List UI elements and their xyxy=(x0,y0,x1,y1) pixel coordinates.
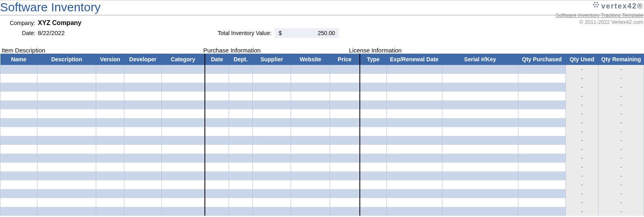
cell[interactable]: - xyxy=(566,136,599,145)
cell[interactable] xyxy=(330,118,360,127)
cell[interactable] xyxy=(205,100,229,109)
cell[interactable] xyxy=(330,180,360,189)
table-row[interactable]: -- xyxy=(0,163,644,171)
cell[interactable] xyxy=(37,127,96,136)
table-row[interactable]: -- xyxy=(0,100,644,109)
cell[interactable]: - xyxy=(566,109,599,118)
cell[interactable] xyxy=(253,180,291,189)
cell[interactable] xyxy=(442,100,518,109)
cell[interactable] xyxy=(291,198,330,207)
cell[interactable] xyxy=(205,180,229,189)
cell[interactable] xyxy=(360,198,386,207)
cell[interactable] xyxy=(229,100,252,109)
cell[interactable] xyxy=(360,65,386,74)
cell[interactable] xyxy=(360,109,386,118)
cell[interactable] xyxy=(386,207,442,216)
cell[interactable] xyxy=(253,145,291,154)
cell[interactable] xyxy=(96,127,124,136)
cell[interactable] xyxy=(360,171,386,180)
cell[interactable] xyxy=(291,118,330,127)
cell[interactable] xyxy=(442,171,518,180)
cell[interactable] xyxy=(37,198,96,207)
cell[interactable] xyxy=(229,145,252,154)
cell[interactable] xyxy=(229,83,252,92)
cell[interactable]: - xyxy=(599,127,644,136)
cell[interactable] xyxy=(0,207,37,216)
cell[interactable] xyxy=(518,92,566,100)
cell[interactable] xyxy=(291,65,330,74)
cell[interactable] xyxy=(518,207,566,216)
cell[interactable] xyxy=(0,100,37,109)
cell[interactable] xyxy=(124,154,161,163)
cell[interactable] xyxy=(205,207,229,216)
cell[interactable] xyxy=(291,74,330,83)
cell[interactable] xyxy=(386,198,442,207)
cell[interactable] xyxy=(253,65,291,74)
cell[interactable] xyxy=(518,83,566,92)
cell[interactable] xyxy=(253,189,291,198)
cell[interactable] xyxy=(96,163,124,171)
cell[interactable] xyxy=(229,109,252,118)
cell[interactable] xyxy=(291,171,330,180)
cell[interactable]: - xyxy=(599,100,644,109)
table-row[interactable]: -- xyxy=(0,109,644,118)
cell[interactable] xyxy=(253,118,291,127)
cell[interactable]: - xyxy=(599,207,644,216)
cell[interactable] xyxy=(518,127,566,136)
cell[interactable] xyxy=(442,198,518,207)
cell[interactable] xyxy=(162,180,205,189)
cell[interactable] xyxy=(518,74,566,83)
cell[interactable] xyxy=(330,136,360,145)
cell[interactable] xyxy=(162,136,205,145)
cell[interactable]: - xyxy=(566,145,599,154)
table-row[interactable]: -- xyxy=(0,207,644,216)
table-row[interactable]: -- xyxy=(0,154,644,163)
cell[interactable] xyxy=(0,163,37,171)
cell[interactable]: - xyxy=(599,136,644,145)
cell[interactable] xyxy=(360,100,386,109)
cell[interactable]: - xyxy=(566,92,599,100)
cell[interactable] xyxy=(291,92,330,100)
cell[interactable] xyxy=(96,145,124,154)
cell[interactable] xyxy=(0,127,37,136)
cell[interactable] xyxy=(229,207,252,216)
cell[interactable]: - xyxy=(566,100,599,109)
cell[interactable] xyxy=(360,136,386,145)
cell[interactable] xyxy=(124,207,161,216)
cell[interactable] xyxy=(386,118,442,127)
cell[interactable] xyxy=(124,163,161,171)
cell[interactable] xyxy=(442,189,518,198)
table-row[interactable]: -- xyxy=(0,180,644,189)
cell[interactable] xyxy=(96,74,124,83)
cell[interactable] xyxy=(162,198,205,207)
cell[interactable] xyxy=(96,136,124,145)
cell[interactable] xyxy=(124,74,161,83)
cell[interactable] xyxy=(330,207,360,216)
table-row[interactable]: -- xyxy=(0,145,644,154)
cell[interactable] xyxy=(386,100,442,109)
cell[interactable] xyxy=(96,65,124,74)
cell[interactable] xyxy=(0,136,37,145)
cell[interactable] xyxy=(162,145,205,154)
cell[interactable] xyxy=(229,92,252,100)
cell[interactable] xyxy=(229,189,252,198)
cell[interactable] xyxy=(0,118,37,127)
cell[interactable] xyxy=(124,100,161,109)
cell[interactable] xyxy=(386,109,442,118)
cell[interactable] xyxy=(518,109,566,118)
cell[interactable] xyxy=(518,136,566,145)
cell[interactable] xyxy=(291,145,330,154)
cell[interactable] xyxy=(291,127,330,136)
cell[interactable] xyxy=(253,74,291,83)
cell[interactable] xyxy=(37,145,96,154)
cell[interactable] xyxy=(229,163,252,171)
table-row[interactable]: -- xyxy=(0,118,644,127)
cell[interactable]: - xyxy=(599,189,644,198)
cell[interactable] xyxy=(518,163,566,171)
cell[interactable] xyxy=(330,65,360,74)
cell[interactable] xyxy=(96,180,124,189)
table-row[interactable]: -- xyxy=(0,74,644,83)
table-row[interactable]: -- xyxy=(0,171,644,180)
cell[interactable] xyxy=(291,109,330,118)
cell[interactable] xyxy=(229,154,252,163)
